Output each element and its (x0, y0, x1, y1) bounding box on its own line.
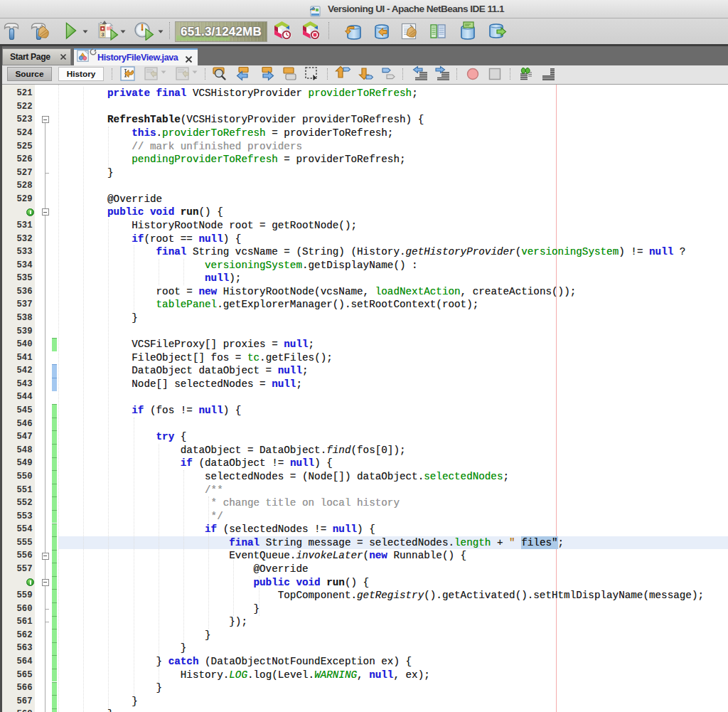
svg-text:3: 3 (101, 31, 105, 38)
